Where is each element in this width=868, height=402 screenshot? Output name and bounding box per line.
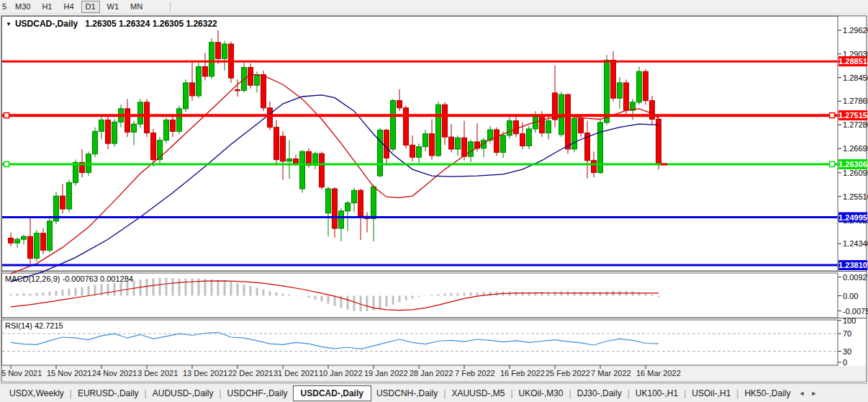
price-tick-label: 1.29620 (843, 26, 868, 35)
candle-body (456, 138, 461, 149)
time-tick-label: 16 Mar 2022 (636, 369, 681, 378)
timeframe-button-H1[interactable]: H1 (37, 1, 56, 13)
timeframe-button-M30[interactable]: M30 (11, 1, 35, 13)
timeframe-button-5[interactable]: 5 (0, 1, 8, 13)
tab-usdcad-daily[interactable]: USDCAD-,Daily (293, 385, 371, 401)
time-tick-label: 7 Feb 2022 (455, 369, 495, 378)
line-handle[interactable] (830, 113, 835, 118)
rsi-tick-label: 0 (843, 358, 847, 367)
tab-dj30-daily[interactable]: DJ30-,Daily (572, 385, 627, 401)
time-tick-label: 3 Dec 2021 (137, 369, 178, 378)
tab-usoil-h1[interactable]: USOil-,H1 (687, 385, 736, 401)
candle-body (345, 203, 351, 211)
timeframe-button-H4[interactable]: H4 (59, 1, 78, 13)
tab-usdcnh-daily[interactable]: USDCNH-,Daily (371, 385, 443, 401)
time-tick-label: 10 Jan 2022 (319, 369, 363, 378)
tab-hk50-daily[interactable]: HK50-,Daily (739, 385, 795, 401)
symbol-tabs: USDX,Weekly|EURUSD-,Daily|AUDUSD-,Daily|… (0, 383, 868, 402)
candle-body (605, 61, 610, 122)
time-tick-label: 13 Dec 2021 (183, 369, 227, 378)
candle-body (235, 89, 240, 90)
candle-body (268, 108, 273, 128)
tab-xauusd-m5[interactable]: XAUUSD-,M5 (446, 385, 510, 401)
time-tick-label: 22 Dec 2021 (228, 369, 273, 378)
candle-body (579, 118, 584, 133)
price-tick-label: 1.27280 (843, 120, 868, 129)
candle-body (404, 108, 409, 146)
candle-body (281, 136, 286, 161)
line-handle[interactable] (830, 161, 835, 166)
candle-body (164, 120, 169, 140)
price-tick-label: 1.26095 (843, 169, 868, 177)
tab-uk100-h1[interactable]: UK100-,H1 (630, 385, 683, 401)
tabs-scroll-left-icon[interactable]: ◄ (795, 390, 808, 397)
candle-body (67, 183, 72, 209)
tabs-scroll-right-icon[interactable]: ► (808, 390, 820, 397)
candle-body (643, 71, 648, 100)
line-handle[interactable] (4, 113, 9, 118)
candle-body (592, 161, 597, 173)
candle-body (248, 68, 253, 86)
candle-body (371, 187, 376, 218)
timeframe-button-D1[interactable]: D1 (81, 1, 100, 13)
time-tick-label: 19 Jan 2022 (364, 369, 408, 378)
timeframe-button-MN[interactable]: MN (126, 1, 147, 13)
candle-body (274, 128, 279, 160)
candle-body (572, 118, 577, 149)
candle-body (520, 134, 525, 146)
tab-usdx-weekly[interactable]: USDX,Weekly (4, 385, 69, 401)
candle-body (300, 151, 305, 189)
candle-body (106, 120, 111, 144)
price-tick-label: 1.28450 (843, 73, 868, 82)
candle-body (514, 121, 519, 134)
price-badge-label: 1.28851 (838, 57, 867, 66)
price-tick-label: 1.24340 (843, 239, 868, 248)
candle-body (378, 130, 383, 176)
candle-body (566, 94, 571, 149)
candle-body (410, 145, 415, 157)
candle-body (196, 66, 202, 95)
chart-window[interactable]: 1.296201.290351.284501.278651.272801.266… (0, 0, 868, 402)
tab-audusd-daily[interactable]: AUDUSD-,Daily (148, 385, 219, 401)
candle-body (540, 116, 545, 133)
candle-body (93, 131, 98, 153)
candle-body (261, 75, 266, 108)
rsi-pane[interactable] (2, 320, 838, 365)
macd-tick-label: -0.007504 (843, 307, 868, 316)
candle-body (255, 75, 260, 86)
candle-body (333, 189, 338, 228)
tab-usdchf-daily[interactable]: USDCHF-,Daily (222, 385, 293, 401)
candle-body (462, 138, 467, 156)
time-tick-label: 15 Nov 2021 (47, 369, 91, 378)
timeframe-button-W1[interactable]: W1 (103, 1, 124, 13)
candle-body (22, 236, 27, 239)
price-tick-label: 1.27865 (843, 97, 868, 105)
candle-body (294, 158, 299, 163)
candle-body (527, 129, 532, 146)
candle-body (60, 196, 65, 209)
candle-body (417, 147, 422, 158)
timeframe-toolbar: 5M30H1H4D1W1MN (0, 0, 868, 14)
candle-body (9, 238, 14, 243)
candle-body (358, 190, 363, 216)
tab-eurusd-daily[interactable]: EURUSD-,Daily (73, 385, 144, 401)
candle-body (125, 109, 130, 133)
main-pane[interactable] (2, 17, 838, 272)
candle-body (430, 134, 435, 156)
candle-body (618, 83, 623, 98)
candle-body (339, 211, 344, 228)
tab-ukoil-m30[interactable]: UKOil-,M30 (514, 385, 569, 401)
price-badge-label: 1.24995 (838, 213, 867, 222)
rsi-tick-label: 70 (843, 329, 851, 338)
candle-body (151, 133, 156, 160)
time-tick-label: 7 Mar 2022 (591, 369, 631, 378)
last-price-dash (661, 163, 667, 165)
candle-body (48, 221, 53, 250)
price-badge-label: 1.26306 (838, 160, 867, 169)
time-tick-label: 16 Feb 2022 (500, 369, 545, 378)
price-tick-label: 1.26695 (843, 144, 868, 153)
macd-tick-label: 0.009278 (843, 273, 868, 282)
candle-body (138, 102, 143, 124)
candle-body (112, 122, 117, 143)
line-handle[interactable] (4, 161, 9, 166)
